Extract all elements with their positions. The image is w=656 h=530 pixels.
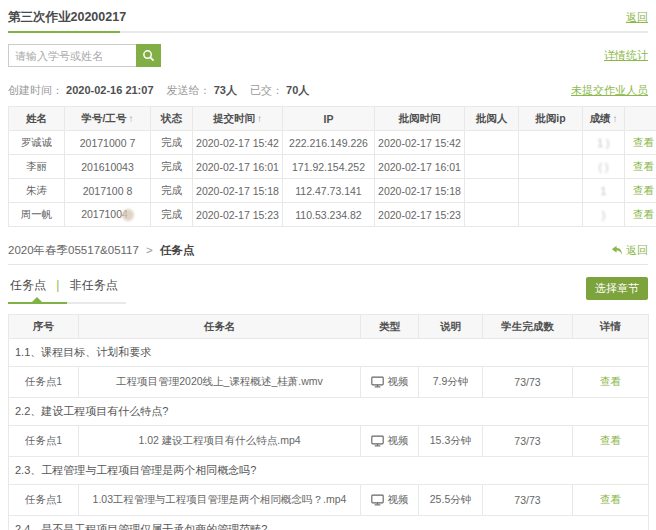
col-actions xyxy=(625,107,656,131)
col-reviewer: 批阅人 xyxy=(465,107,519,131)
homework-meta: 创建时间： 2020-02-16 21:07 发送给： 73人 已交： 70人 xyxy=(8,83,319,98)
ip: 171.92.154.252 xyxy=(283,155,375,179)
task-desc: 7.9分钟 xyxy=(419,367,483,398)
sort-arrow-icon[interactable]: ↑ xyxy=(257,113,262,124)
breadcrumb-current: 任务点 xyxy=(160,244,195,256)
reviewer xyxy=(465,155,519,179)
col-ip: IP xyxy=(283,107,375,131)
tab-divider: | xyxy=(56,278,59,292)
table-row: 罗诚诚 20171000 7 完成 2020-02-17 15:42 222.2… xyxy=(9,131,656,155)
section-title: 1.1、课程目标、计划和要求 xyxy=(9,339,649,367)
view-link[interactable]: 查看 xyxy=(633,184,654,196)
tab-non-task-points[interactable]: 非任务点 xyxy=(70,278,118,292)
col-status: 状态 xyxy=(151,107,193,131)
task-desc: 25.5分钟 xyxy=(419,485,483,516)
task-row: 任务点1 1.02 建设工程项目有什么特点.mp4 视频 15.3分钟 73/7… xyxy=(9,426,649,457)
col-submit-time: 提交时间↑ xyxy=(193,107,283,131)
col-type: 类型 xyxy=(361,315,419,339)
task-row: 任务点1 1.03工程管理与工程项目管理是两个相同概念吗？.mp4 视频 25.… xyxy=(9,485,649,516)
task-done: 73/73 xyxy=(483,426,573,457)
breadcrumb-course[interactable]: 2020年春季05517&05117 xyxy=(8,244,139,256)
search-row: 详情统计 xyxy=(8,44,648,67)
col-review-time: 批阅时间 xyxy=(375,107,465,131)
breadcrumb-separator: > xyxy=(146,244,153,256)
view-link[interactable]: 查看 xyxy=(633,208,654,220)
tab-task-points[interactable]: 任务点 xyxy=(10,278,46,292)
created-value: 2020-02-16 21:07 xyxy=(66,84,153,96)
task-done: 73/73 xyxy=(483,485,573,516)
col-task-name: 任务名 xyxy=(79,315,361,339)
submit-time: 2020-02-17 16:01 xyxy=(193,155,283,179)
score: ) xyxy=(583,203,625,227)
tabs-row: 任务点 | 非任务点 选择章节 xyxy=(8,277,648,304)
ip: 110.53.234.82 xyxy=(283,203,375,227)
section-row: 1.1、课程目标、计划和要求 xyxy=(9,339,649,367)
task-name: 1.03工程管理与工程项目管理是两个相同概念吗？.mp4 xyxy=(79,485,361,516)
view-link[interactable]: 查看 xyxy=(600,375,621,387)
col-score: 成绩↑ xyxy=(583,107,625,131)
status: 完成 xyxy=(151,155,193,179)
task-desc: 15.3分钟 xyxy=(419,426,483,457)
back-link-tasks[interactable]: 返回 xyxy=(611,243,648,258)
breadcrumb: 2020年春季05517&05117 > 任务点 xyxy=(8,243,194,258)
review-ip xyxy=(519,155,583,179)
unsubmitted-link[interactable]: 未提交作业人员 xyxy=(571,83,648,98)
task-seq: 任务点1 xyxy=(9,485,79,516)
col-review-ip: 批阅ip xyxy=(519,107,583,131)
ip: 222.216.149.226 xyxy=(283,131,375,155)
submit-time: 2020-02-17 15:18 xyxy=(193,179,283,203)
submission-table-header: 姓名 学号/工号↑ 状态 提交时间↑ IP 批阅时间 批阅人 批阅ip 成绩↑ xyxy=(9,107,656,131)
submit-time: 2020-02-17 15:23 xyxy=(193,203,283,227)
review-time: 2020-02-17 15:18 xyxy=(375,179,465,203)
review-time: 2020-02-17 15:23 xyxy=(375,203,465,227)
col-done: 学生完成数 xyxy=(483,315,573,339)
video-monitor-icon xyxy=(371,435,384,447)
table-row: 周一帆 20171004 完成 2020-02-17 15:23 110.53.… xyxy=(9,203,656,227)
review-time: 2020-02-17 16:01 xyxy=(375,155,465,179)
select-chapter-button[interactable]: 选择章节 xyxy=(586,277,648,300)
tab-underline-green xyxy=(8,302,67,304)
section-title: 2.4、是不是工程项目管理仅属于承包商的管理范畴? xyxy=(9,516,649,530)
details-stats-link[interactable]: 详情统计 xyxy=(604,48,648,63)
sort-arrow-icon[interactable]: ↑ xyxy=(613,113,618,124)
search-input[interactable] xyxy=(8,44,136,67)
back-link-top[interactable]: 返回 xyxy=(626,10,648,25)
view-cell: 查看 xyxy=(625,155,656,179)
submission-table: 姓名 学号/工号↑ 状态 提交时间↑ IP 批阅时间 批阅人 批阅ip 成绩↑ … xyxy=(8,106,656,227)
task-row: 任务点1 工程项目管理2020线上_课程概述_桂萧.wmv 视频 7.9分钟 7… xyxy=(9,367,649,398)
reviewer xyxy=(465,203,519,227)
view-link[interactable]: 查看 xyxy=(633,136,654,148)
tabs: 任务点 | 非任务点 xyxy=(8,277,126,294)
sent-label: 发送给： xyxy=(167,84,211,96)
reviewer xyxy=(465,131,519,155)
table-row: 朱涛 2017100 8 完成 2020-02-17 15:18 112.47.… xyxy=(9,179,656,203)
video-monitor-icon xyxy=(371,494,384,506)
created-label: 创建时间： xyxy=(8,84,63,96)
view-link[interactable]: 查看 xyxy=(600,434,621,446)
score: 1 ) xyxy=(583,131,625,155)
task-name: 工程项目管理2020线上_课程概述_桂萧.wmv xyxy=(79,367,361,398)
submitted-value: 70人 xyxy=(286,84,309,96)
section-title: 2.2、建设工程项目有什么特点? xyxy=(9,398,649,426)
task-name: 1.02 建设工程项目有什么特点.mp4 xyxy=(79,426,361,457)
tab-pointer-triangle xyxy=(32,297,42,302)
task-table-header: 序号 任务名 类型 说明 学生完成数 详情 xyxy=(9,315,649,339)
task-table: 序号 任务名 类型 说明 学生完成数 详情 1.1、课程目标、计划和要求 任务点… xyxy=(8,314,649,530)
search-button[interactable] xyxy=(136,44,161,67)
back-arrow-icon xyxy=(611,245,623,256)
review-ip xyxy=(519,179,583,203)
homework-info-row: 创建时间： 2020-02-16 21:07 发送给： 73人 已交： 70人 … xyxy=(8,83,648,98)
view-link[interactable]: 查看 xyxy=(600,493,621,505)
student-id: 20171000 7 xyxy=(65,131,151,155)
student-name: 李丽 xyxy=(9,155,65,179)
sort-arrow-icon[interactable]: ↑ xyxy=(128,113,133,124)
status: 完成 xyxy=(151,131,193,155)
tab-underline xyxy=(8,302,126,304)
title-underline-green xyxy=(8,31,120,33)
view-cell: 查看 xyxy=(573,485,649,516)
view-link[interactable]: 查看 xyxy=(633,160,654,172)
review-ip xyxy=(519,131,583,155)
search-icon xyxy=(142,49,155,62)
student-id: 20171004 xyxy=(65,203,151,227)
student-name: 周一帆 xyxy=(9,203,65,227)
